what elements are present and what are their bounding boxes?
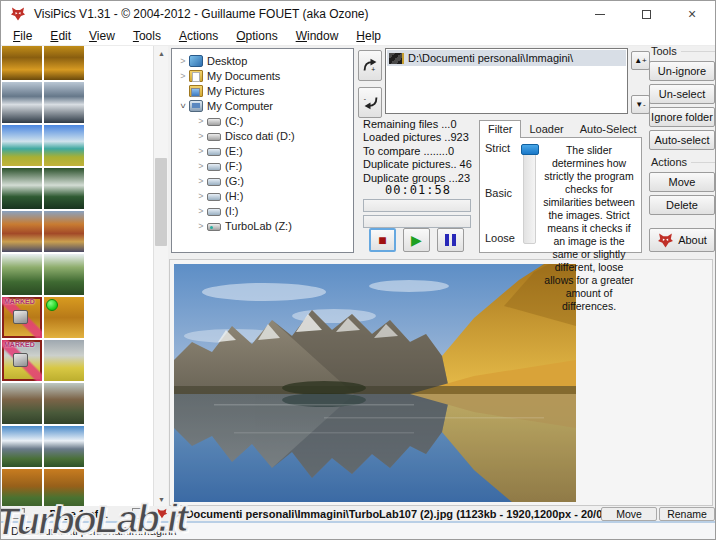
duplicate-thumbnail[interactable]: [2, 469, 42, 506]
actions-group-label: Actions: [651, 156, 715, 168]
preview-image[interactable]: [174, 264, 576, 502]
scroll-down-icon[interactable]: ▼: [154, 492, 169, 506]
tab-loader[interactable]: Loader: [521, 121, 571, 138]
tree-item--f-[interactable]: >(F:): [172, 158, 353, 173]
duplicate-thumbnail[interactable]: [44, 469, 84, 506]
duplicate-thumbnail[interactable]: MARKED: [2, 340, 42, 381]
delete-button[interactable]: Delete: [649, 195, 715, 215]
tree-item-disco-dati-d-[interactable]: >Disco dati (D:): [172, 128, 353, 143]
remove-folder-button[interactable]: -: [358, 87, 382, 118]
duplicate-thumbnail[interactable]: [2, 82, 42, 123]
slider-description: The slider determines how strictly the p…: [540, 142, 638, 246]
tree-item-turbolab-z-[interactable]: >TurboLab (Z:): [172, 218, 353, 233]
minimize-button[interactable]: [577, 1, 623, 27]
duplicate-thumbnail[interactable]: [44, 125, 84, 166]
expander-closed-icon[interactable]: >: [195, 146, 207, 156]
pause-button[interactable]: [437, 228, 464, 252]
duplicate-thumbnail[interactable]: [2, 426, 42, 467]
expander-closed-icon[interactable]: >: [195, 191, 207, 201]
duplicate-thumbnail[interactable]: [2, 254, 42, 295]
start-button[interactable]: ▶: [403, 228, 430, 252]
slider-handle[interactable]: [521, 144, 539, 155]
duplicate-pair-row: [2, 254, 153, 295]
tree-item--g-[interactable]: >(G:): [172, 173, 353, 188]
duplicate-thumbnail[interactable]: [44, 426, 84, 467]
tree-item-label: (H:): [225, 190, 243, 202]
expander-closed-icon[interactable]: >: [195, 131, 207, 141]
next-page-icon[interactable]: [132, 508, 146, 519]
duplicate-thumbnail[interactable]: [44, 168, 84, 209]
lower-priority-button[interactable]: ▼-: [631, 95, 650, 114]
duplicate-thumbnail[interactable]: [44, 340, 84, 381]
menu-options[interactable]: Options: [227, 28, 286, 44]
move-file-button[interactable]: Move: [601, 507, 657, 521]
expander-closed-icon[interactable]: >: [195, 206, 207, 216]
duplicate-thumbnail[interactable]: [2, 383, 42, 424]
add-folder-button[interactable]: +: [358, 50, 382, 81]
folder-picture-icon: [389, 53, 404, 64]
tree-item-desktop[interactable]: >Desktop: [172, 53, 353, 68]
thumbnail-scrollbar[interactable]: ▲ ▼: [153, 46, 168, 506]
tree-item--c-[interactable]: >(C:): [172, 113, 353, 128]
menu-window[interactable]: Window: [287, 28, 348, 44]
pause-icon: [445, 234, 456, 246]
tree-item-label: My Computer: [207, 100, 273, 112]
raise-priority-button[interactable]: ▲+: [631, 51, 650, 70]
menu-tools[interactable]: Tools: [124, 28, 170, 44]
duplicate-thumbnail[interactable]: [44, 383, 84, 424]
tree-item-my-documents[interactable]: >My Documents: [172, 68, 353, 83]
duplicate-pair-row: [2, 383, 153, 424]
expander-closed-icon[interactable]: >: [195, 221, 207, 231]
expander-closed-icon[interactable]: >: [195, 116, 207, 126]
menu-actions[interactable]: Actions: [170, 28, 227, 44]
source-folders-list: D:\Documenti personali\Immagini\: [385, 48, 628, 114]
about-button[interactable]: About: [649, 228, 715, 252]
drive-cd-icon: [207, 163, 221, 171]
duplicate-thumbnail[interactable]: MARKED: [2, 297, 42, 338]
rename-file-button[interactable]: Rename: [659, 507, 715, 521]
menu-view[interactable]: View: [80, 28, 124, 44]
ignore-folder-button[interactable]: Ignore folder: [649, 107, 715, 127]
tree-item-label: (I:): [225, 205, 238, 217]
duplicate-thumbnail[interactable]: [2, 46, 42, 80]
menu-file[interactable]: File: [4, 28, 41, 44]
duplicate-thumbnail[interactable]: [44, 82, 84, 123]
duplicate-thumbnail[interactable]: [2, 125, 42, 166]
tab-filter[interactable]: Filter: [479, 120, 521, 138]
stop-button[interactable]: ■: [369, 228, 396, 252]
tree-item--h-[interactable]: >(H:): [172, 188, 353, 203]
un-select-button[interactable]: Un-select: [649, 84, 715, 104]
tree-item-my-computer[interactable]: >My Computer: [172, 98, 353, 113]
duplicate-thumbnail[interactable]: [2, 168, 42, 209]
menu-help[interactable]: Help: [347, 28, 390, 44]
strictness-slider[interactable]: [523, 144, 536, 244]
duplicate-thumbnail[interactable]: [44, 297, 84, 338]
expander-closed-icon[interactable]: >: [177, 56, 189, 66]
duplicate-thumbnail[interactable]: [2, 211, 42, 252]
move-button[interactable]: Move: [649, 172, 715, 192]
expander-closed-icon[interactable]: >: [195, 176, 207, 186]
app-logo-fox-icon: [10, 6, 26, 22]
duplicate-thumbnail[interactable]: [44, 46, 84, 80]
menu-edit[interactable]: Edit: [41, 28, 80, 44]
auto-select-button[interactable]: Auto-select: [649, 130, 715, 150]
source-folder-item[interactable]: D:\Documenti personali\Immagini\: [387, 50, 626, 66]
stop-icon: ■: [378, 233, 386, 247]
duplicate-thumbnail[interactable]: [44, 211, 84, 252]
tree-item--i-[interactable]: >(I:): [172, 203, 353, 218]
scrollbar-thumb[interactable]: [155, 158, 167, 246]
prev-page-icon[interactable]: [11, 508, 25, 519]
tree-item-my-pictures[interactable]: My Pictures: [172, 83, 353, 98]
progress-bar-1: [363, 199, 471, 212]
expander-open-icon[interactable]: >: [178, 100, 188, 112]
marked-label: MARKED: [4, 298, 35, 305]
maximize-button[interactable]: [623, 1, 669, 27]
tree-item--e-[interactable]: >(E:): [172, 143, 353, 158]
duplicate-thumbnail[interactable]: [44, 254, 84, 295]
close-button[interactable]: ×: [669, 1, 715, 27]
scroll-up-icon[interactable]: ▲: [154, 46, 169, 60]
expander-closed-icon[interactable]: >: [177, 71, 189, 81]
un-ignore-button[interactable]: Un-ignore: [649, 61, 715, 81]
expander-closed-icon[interactable]: >: [195, 161, 207, 171]
tab-auto-select[interactable]: Auto-Select: [572, 121, 645, 138]
